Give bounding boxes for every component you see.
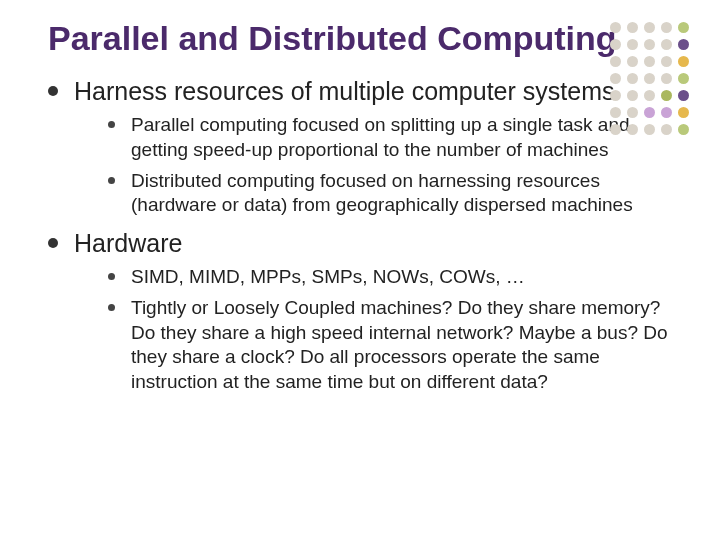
bullet-icon [108,121,115,128]
section-heading: Hardware [48,228,680,259]
list-item-text: Parallel computing focused on splitting … [131,113,680,162]
section-heading-text: Hardware [74,228,182,259]
list-item: Parallel computing focused on splitting … [108,113,680,162]
bullet-icon [48,238,58,248]
slide: Parallel and Distributed Computing Harne… [0,0,720,540]
section-items: Parallel computing focused on splitting … [108,113,680,218]
list-item: Tightly or Loosely Coupled machines? Do … [108,296,680,395]
section-items: SIMD, MIMD, MPPs, SMPs, NOWs, COWs, … Ti… [108,265,680,394]
list-item: Distributed computing focused on harness… [108,169,680,218]
list-item-text: Tightly or Loosely Coupled machines? Do … [131,296,680,395]
bullet-icon [108,304,115,311]
bullet-icon [108,273,115,280]
bullet-icon [48,86,58,96]
section-heading: Harness resources of multiple computer s… [48,76,680,107]
bullet-icon [108,177,115,184]
list-item-text: Distributed computing focused on harness… [131,169,680,218]
decorative-dots [610,22,692,138]
list-item-text: SIMD, MIMD, MPPs, SMPs, NOWs, COWs, … [131,265,525,290]
slide-title: Parallel and Distributed Computing [48,18,680,58]
list-item: SIMD, MIMD, MPPs, SMPs, NOWs, COWs, … [108,265,680,290]
section-heading-text: Harness resources of multiple computer s… [74,76,614,107]
